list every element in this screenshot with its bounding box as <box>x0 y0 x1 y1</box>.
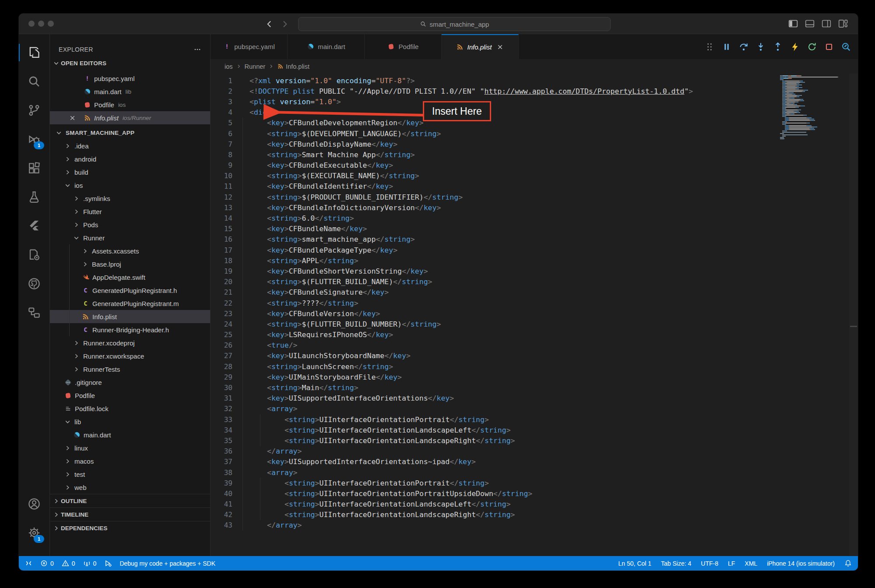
tree-item-web[interactable]: web <box>50 481 210 494</box>
tree-item-lib[interactable]: lib <box>50 415 210 428</box>
breadcrumb-ios[interactable]: ios <box>225 63 233 70</box>
tree-item-label: AppDelegate.swift <box>92 274 145 281</box>
status-cursor-position[interactable]: Ln 50, Col 1 <box>618 560 652 567</box>
section-outline[interactable]: OUTLINE <box>50 494 210 507</box>
tab-main.dart[interactable]: main.dart <box>288 34 365 59</box>
tree-item-Info.plist[interactable]: Info.plist <box>50 310 210 323</box>
tree-item-SMART_MACHINE_APP[interactable]: SMART_MACHINE_APP <box>50 126 210 139</box>
navigate-back-button[interactable] <box>265 20 274 28</box>
status-debug-session[interactable] <box>104 560 112 567</box>
open-editor-pubspec.yaml[interactable]: !pubspec.yaml <box>50 72 210 85</box>
close-window-button[interactable] <box>28 21 35 27</box>
tree-item-Podfile[interactable]: Podfile <box>50 389 210 402</box>
breadcrumb-Runner[interactable]: Runner <box>245 63 266 70</box>
tree-item-.gitignore[interactable]: .gitignore <box>50 376 210 389</box>
tab-Info.plist[interactable]: Info.plist <box>442 34 519 59</box>
open-editors-header[interactable]: OPEN EDITORS <box>50 57 210 69</box>
tree-item-label: .gitignore <box>75 379 102 386</box>
line-content: <key>CFBundlePackageType</key> <box>249 246 397 254</box>
status-warnings[interactable]: 0 <box>62 560 75 567</box>
minimize-window-button[interactable] <box>38 21 44 27</box>
tree-item-build[interactable]: build <box>50 165 210 179</box>
tree-item-Pods[interactable]: Pods <box>50 218 210 231</box>
tree-item-Runner[interactable]: Runner <box>50 231 210 244</box>
tree-item-Podfile.lock[interactable]: Podfile.lock <box>50 402 210 415</box>
close-icon[interactable] <box>68 114 76 122</box>
tab-Podfile[interactable]: Podfile <box>365 34 442 59</box>
tree-item-label: web <box>74 484 87 491</box>
activity-project-settings[interactable] <box>19 240 49 269</box>
activity-flutter[interactable] <box>19 211 49 240</box>
drag-handle-button[interactable] <box>705 42 714 52</box>
status-ports[interactable]: 0 <box>83 560 97 567</box>
tree-item-Assets.xcassets[interactable]: Assets.xcassets <box>50 244 210 257</box>
breadcrumb-Info.plist[interactable]: Info.plist <box>277 63 309 70</box>
tree-item-AppDelegate.swift[interactable]: AppDelegate.swift <box>50 271 210 284</box>
status-notifications[interactable] <box>844 560 852 567</box>
status-debug-config[interactable]: Debug my code + packages + SDK <box>119 560 215 567</box>
tree-item-main.dart[interactable]: main.dart <box>50 428 210 441</box>
status-indentation[interactable]: Tab Size: 4 <box>661 560 691 567</box>
activity-source-control[interactable] <box>19 96 49 125</box>
activity-explorer[interactable] <box>19 38 49 67</box>
activity-github[interactable] <box>19 269 49 298</box>
open-editor-Info.plist[interactable]: Info.plistios/Runner <box>50 111 210 124</box>
customize-layout-button[interactable] <box>838 18 848 29</box>
status-eol[interactable]: LF <box>728 560 735 567</box>
dart-icon <box>73 431 81 439</box>
activity-search[interactable] <box>19 67 49 96</box>
tree-item-macos[interactable]: macos <box>50 454 210 468</box>
status-device[interactable]: iPhone 14 (ios simulator) <box>767 560 835 567</box>
tree-item-Base.lproj[interactable]: Base.lproj <box>50 257 210 271</box>
tree-item-android[interactable]: android <box>50 152 210 165</box>
activity-accounts[interactable] <box>19 489 49 518</box>
tree-item-GeneratedPluginRegistrant.h[interactable]: CGeneratedPluginRegistrant.h <box>50 284 210 297</box>
restart-button[interactable] <box>807 42 817 52</box>
activity-settings[interactable]: 1 <box>19 518 49 547</box>
step-over-button[interactable] <box>739 42 748 52</box>
tree-item-Runner-Bridging-Header.h[interactable]: CRunner-Bridging-Header.h <box>50 323 210 336</box>
status-language-mode[interactable]: XML <box>745 560 757 567</box>
tab-pubspec.yaml[interactable]: !pubspec.yaml <box>211 34 288 59</box>
activity-run-and-debug[interactable]: 1 <box>19 125 49 154</box>
stop-button[interactable] <box>824 42 834 52</box>
open-editor-Podfile[interactable]: Podfileios <box>50 98 210 111</box>
open-devtools-button[interactable] <box>841 42 851 52</box>
tree-item-Runner.xcworkspace[interactable]: Runner.xcworkspace <box>50 349 210 363</box>
status-remote-indicator[interactable] <box>25 560 32 567</box>
section-timeline[interactable]: TIMELINE <box>50 507 210 521</box>
hot-reload-button[interactable] <box>790 42 800 52</box>
zoom-window-button[interactable] <box>48 21 54 27</box>
command-center-search[interactable]: smart_machine_app <box>298 17 611 31</box>
toggle-primary-sidebar-button[interactable] <box>788 18 798 29</box>
open-editor-main.dart[interactable]: main.dartlib <box>50 85 210 98</box>
toggle-panel-button[interactable] <box>805 18 815 29</box>
tree-item-ios[interactable]: ios <box>50 179 210 192</box>
toggle-secondary-sidebar-button[interactable] <box>821 18 832 29</box>
line-number: 29 <box>211 373 232 381</box>
activity-extensions[interactable] <box>19 154 49 183</box>
activity-testing[interactable] <box>19 183 49 211</box>
navigate-forward-button[interactable] <box>281 20 289 28</box>
pause-button[interactable] <box>722 42 731 52</box>
tree-item-linux[interactable]: linux <box>50 441 210 454</box>
activity-references[interactable] <box>19 298 49 327</box>
tree-item-test[interactable]: test <box>50 468 210 481</box>
tree-item-Runner.xcodeproj[interactable]: Runner.xcodeproj <box>50 336 210 349</box>
ellipsis-icon[interactable] <box>193 46 201 53</box>
status-encoding[interactable]: UTF-8 <box>701 560 718 567</box>
step-out-button[interactable] <box>773 42 783 52</box>
tree-item-.symlinks[interactable]: .symlinks <box>50 192 210 205</box>
status-errors[interactable]: 0 <box>40 560 54 567</box>
indent-guide <box>242 245 243 255</box>
tree-item-RunnerTests[interactable]: RunnerTests <box>50 363 210 376</box>
tree-item-GeneratedPluginRegistrant.m[interactable]: CGeneratedPluginRegistrant.m <box>50 297 210 310</box>
close-icon[interactable] <box>496 43 504 51</box>
code-editor[interactable]: 1<?xml version="1.0" encoding="UTF-8"?>2… <box>211 74 858 556</box>
section-dependencies[interactable]: DEPENDENCIES <box>50 521 210 535</box>
minimap[interactable] <box>780 75 846 140</box>
tree-item-Flutter[interactable]: Flutter <box>50 205 210 218</box>
editor-scrollbar[interactable] <box>849 74 858 556</box>
tree-item-.idea[interactable]: .idea <box>50 139 210 152</box>
step-into-button[interactable] <box>756 42 766 52</box>
